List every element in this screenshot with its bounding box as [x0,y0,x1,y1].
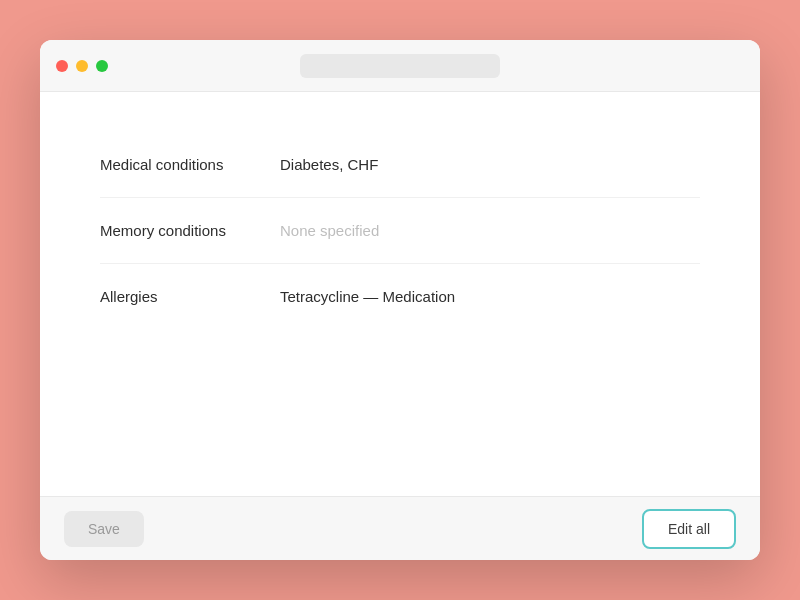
content-area: Medical conditions Diabetes, CHF Memory … [40,92,760,496]
traffic-lights [56,60,108,72]
close-button[interactable] [56,60,68,72]
save-button[interactable]: Save [64,511,144,547]
maximize-button[interactable] [96,60,108,72]
footer: Save Edit all [40,496,760,560]
edit-all-button[interactable]: Edit all [642,509,736,549]
medical-conditions-label: Medical conditions [100,156,280,173]
medical-conditions-row: Medical conditions Diabetes, CHF [100,132,700,198]
memory-conditions-value: None specified [280,222,379,239]
memory-conditions-row: Memory conditions None specified [100,198,700,264]
allergies-row: Allergies Tetracycline — Medication [100,264,700,329]
titlebar [40,40,760,92]
memory-conditions-label: Memory conditions [100,222,280,239]
search-bar[interactable] [300,54,500,78]
allergies-label: Allergies [100,288,280,305]
allergies-value: Tetracycline — Medication [280,288,455,305]
main-window: Medical conditions Diabetes, CHF Memory … [40,40,760,560]
minimize-button[interactable] [76,60,88,72]
medical-conditions-value: Diabetes, CHF [280,156,378,173]
